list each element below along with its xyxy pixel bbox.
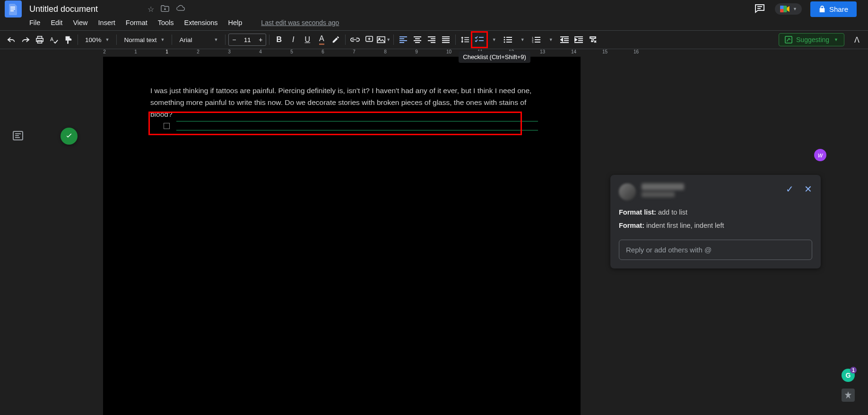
hide-menus-button[interactable]: ᐱ [850, 33, 863, 46]
accept-all-suggestions-badge[interactable] [61, 128, 78, 145]
accept-suggestion-button[interactable]: ✓ [786, 183, 794, 195]
chevron-down-icon: ▼ [793, 7, 797, 11]
chevron-down-icon: ▼ [105, 37, 110, 42]
comment-history-icon[interactable] [754, 3, 766, 15]
increase-font-button[interactable]: + [255, 34, 266, 45]
suggestion-author [642, 183, 684, 197]
decrease-indent-button[interactable] [558, 33, 571, 46]
bold-button[interactable]: B [272, 33, 286, 46]
svg-point-37 [504, 39, 505, 41]
font-select[interactable]: Arial▼ [175, 33, 222, 46]
avatar [619, 183, 636, 200]
menu-tools[interactable]: Tools [158, 19, 174, 26]
align-center-button[interactable] [411, 33, 424, 46]
chevron-down-icon: ▼ [386, 37, 391, 42]
highlight-button[interactable] [329, 33, 342, 46]
svg-point-36 [504, 37, 505, 38]
suggestion-label-1: Format list: [619, 208, 656, 216]
menu-view[interactable]: View [73, 19, 87, 26]
menu-file[interactable]: File [29, 19, 40, 26]
print-button[interactable] [33, 33, 46, 46]
toolbar: A 100%▼ Normal text▼ Arial▼ − + B I U A … [0, 30, 868, 49]
chevron-down-icon: ▼ [160, 37, 165, 42]
underline-button[interactable]: U [301, 33, 314, 46]
line-spacing-button[interactable] [459, 33, 472, 46]
paragraph-style-select[interactable]: Normal text▼ [120, 33, 169, 46]
move-icon[interactable] [161, 5, 169, 14]
svg-rect-0 [10, 7, 15, 8]
last-edit-link[interactable]: Last edit was seconds ago [261, 19, 339, 26]
checklist-item[interactable] [164, 121, 538, 130]
font-size-stepper[interactable]: − + [228, 34, 266, 46]
numbered-list-menu-button[interactable]: ▼ [544, 33, 557, 46]
checklist-menu-button[interactable]: ▼ [487, 33, 500, 46]
spellcheck-button[interactable]: A [47, 33, 61, 46]
suggestion-value-2: indent first line, indent left [644, 222, 724, 229]
svg-rect-1 [10, 9, 15, 9]
svg-rect-40 [506, 39, 512, 40]
svg-rect-7 [780, 9, 783, 12]
document-title[interactable] [27, 3, 141, 15]
zoom-select[interactable]: 100%▼ [81, 33, 113, 46]
clear-formatting-button[interactable] [586, 33, 599, 46]
undo-button[interactable] [5, 33, 18, 46]
bulleted-list-menu-button[interactable]: ▼ [515, 33, 529, 46]
font-size-input[interactable] [239, 36, 255, 43]
chevron-down-icon: ▼ [549, 37, 553, 42]
decrease-font-button[interactable]: − [229, 34, 239, 45]
insert-link-button[interactable] [348, 33, 362, 46]
menu-insert[interactable]: Insert [98, 19, 115, 26]
docs-logo[interactable] [5, 0, 22, 17]
increase-indent-button[interactable] [572, 33, 585, 46]
meet-button[interactable]: ▼ [775, 3, 802, 15]
reply-input[interactable]: Reply or add others with @ [619, 240, 812, 260]
editing-mode-select[interactable]: Suggesting ▼ [779, 33, 844, 46]
numbered-list-button[interactable]: 123 [529, 33, 543, 46]
svg-text:A: A [50, 36, 54, 42]
suggestion-label-2: Format: [619, 222, 644, 229]
collaborator-avatar[interactable]: w [814, 149, 826, 161]
svg-rect-46 [535, 39, 540, 40]
svg-point-38 [504, 42, 505, 43]
bulleted-list-button[interactable] [501, 33, 514, 46]
insert-image-button[interactable]: ▼ [377, 33, 391, 46]
grammarly-badge[interactable]: G1 [842, 369, 855, 382]
show-outline-button[interactable] [12, 130, 26, 143]
paragraph-text[interactable]: I was just thinking if tattoos are painf… [150, 85, 538, 120]
document-page[interactable]: I was just thinking if tattoos are painf… [103, 57, 581, 415]
svg-rect-39 [506, 37, 512, 38]
svg-rect-47 [535, 42, 540, 43]
svg-rect-13 [377, 37, 385, 43]
redo-button[interactable] [19, 33, 32, 46]
menu-help[interactable]: Help [228, 19, 243, 26]
share-label: Share [829, 5, 848, 13]
checkbox-icon[interactable] [164, 123, 170, 129]
menu-edit[interactable]: Edit [51, 19, 62, 26]
menu-extensions[interactable]: Extensions [184, 19, 218, 26]
checklist-button[interactable]: Checklist (Ctrl+Shift+9) [473, 33, 486, 46]
svg-rect-6 [780, 6, 783, 9]
grammarly-count: 1 [850, 367, 857, 373]
align-right-button[interactable] [425, 33, 438, 46]
suggestion-value-1: add to list [656, 208, 687, 216]
chevron-down-icon: ▼ [521, 37, 525, 42]
checklist-text-input[interactable] [176, 121, 538, 130]
menu-bar: File Edit View Insert Format Tools Exten… [0, 15, 868, 30]
menu-format[interactable]: Format [126, 19, 148, 26]
reject-suggestion-button[interactable]: ✕ [804, 183, 812, 195]
align-justify-button[interactable] [439, 33, 452, 46]
chevron-down-icon: ▼ [214, 37, 218, 42]
cloud-status-icon[interactable] [176, 5, 185, 14]
explore-button[interactable] [842, 389, 855, 402]
italic-button[interactable]: I [286, 33, 300, 46]
ruler[interactable]: 2 1 1 2 3 4 5 6 7 8 9 10 11 12 13 14 15 … [0, 49, 868, 57]
align-left-button[interactable] [397, 33, 410, 46]
svg-rect-10 [38, 41, 42, 43]
paint-format-button[interactable] [61, 33, 75, 46]
add-comment-button[interactable] [363, 33, 376, 46]
svg-text:3: 3 [532, 41, 534, 43]
share-button[interactable]: Share [810, 1, 857, 17]
suggestion-card: ✓ ✕ Format list: add to list Format: ind… [610, 175, 821, 268]
text-color-button[interactable]: A [315, 33, 328, 46]
star-icon[interactable]: ☆ [148, 5, 154, 14]
